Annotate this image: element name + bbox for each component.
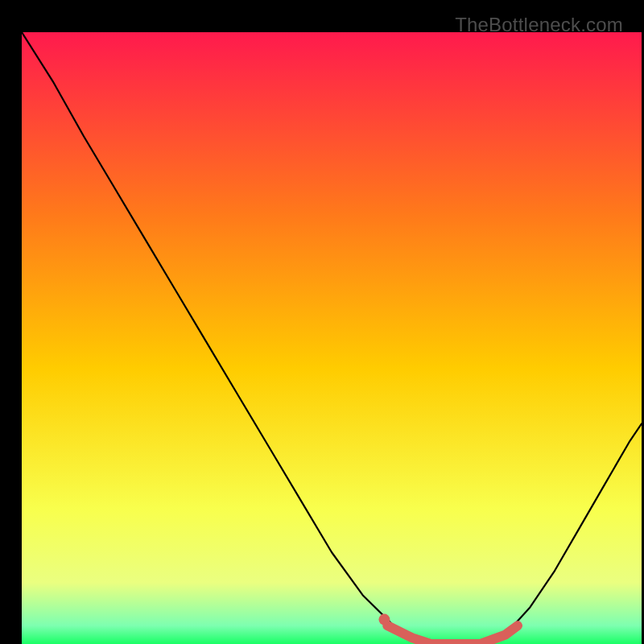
outer-frame: TheBottleneck.com — [10, 10, 634, 634]
chart-svg — [22, 32, 642, 644]
watermark-text: TheBottleneck.com — [455, 14, 623, 36]
highlight-dot — [378, 614, 390, 625]
chart-area — [22, 32, 642, 644]
